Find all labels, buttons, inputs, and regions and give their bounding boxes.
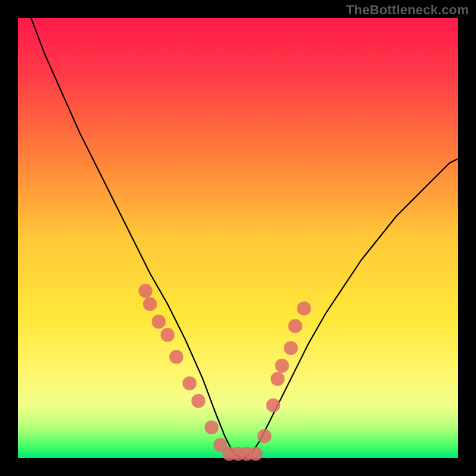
watermark-text: TheBottleneck.com [346, 2, 469, 18]
highlight-dot [143, 297, 157, 311]
highlight-dot [170, 350, 184, 364]
highlight-dot [152, 315, 166, 329]
highlight-dot [192, 394, 206, 408]
highlight-dot [205, 420, 219, 434]
highlight-dot [271, 372, 285, 386]
highlight-dot [266, 398, 280, 412]
highlight-dot [139, 284, 153, 298]
plot-background [18, 18, 458, 458]
highlight-dot [288, 319, 302, 333]
highlight-dot [249, 447, 263, 461]
bottleneck-chart [0, 0, 476, 476]
highlight-dot [258, 429, 272, 443]
highlight-dot [275, 359, 289, 373]
highlight-dot [183, 376, 197, 390]
highlight-dot [161, 328, 175, 342]
highlight-dot [284, 341, 298, 355]
highlight-dot [297, 302, 311, 316]
chart-container: TheBottleneck.com [0, 0, 476, 476]
